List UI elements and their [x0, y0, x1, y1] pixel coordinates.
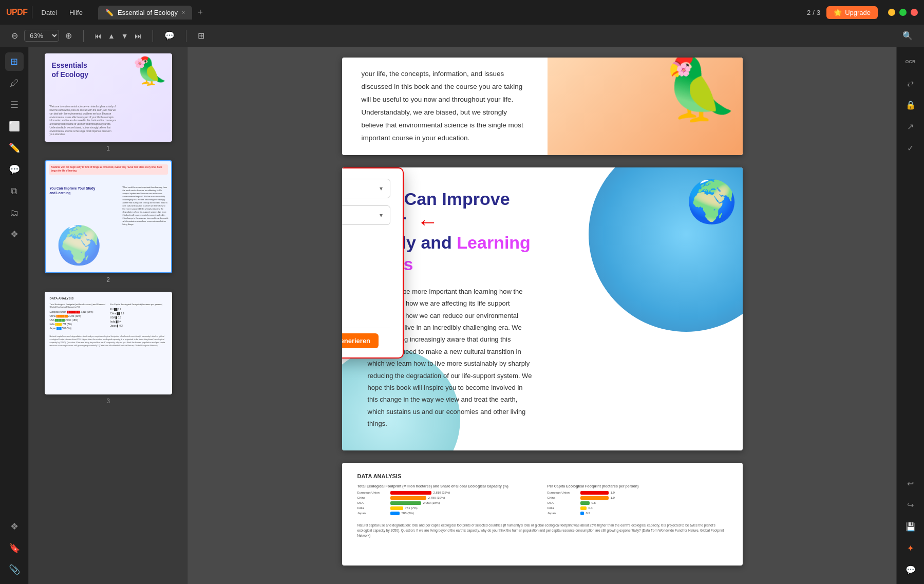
data-val2-japan: 0.2	[586, 512, 590, 515]
thumbnail-panel: Essentialsof Ecology 🦜 🌸 Welcome to envi…	[29, 47, 188, 584]
data-col-2: Per Capita Ecological Footprint (hectare…	[548, 484, 727, 517]
sidebar-item-comment[interactable]: 💬	[5, 160, 24, 179]
data-val2-india: 0.4	[589, 506, 593, 510]
nav-prev-button[interactable]: ▲	[105, 30, 118, 42]
sidebar-item-pages[interactable]: ⬜	[5, 117, 24, 136]
thumbnail-item-1[interactable]: Essentialsof Ecology 🦜 🌸 Welcome to envi…	[33, 53, 183, 152]
right-icon-check[interactable]: ✓	[901, 139, 920, 157]
toolbar-divider-3	[186, 30, 186, 42]
data-row-india: India 781 (7%)	[357, 506, 537, 510]
data-row2-eu: European Union 1.9	[548, 491, 727, 495]
tab-label: Essential of Ecology	[118, 9, 178, 16]
page2-globe-emoji: 🌍	[686, 178, 738, 226]
data-bar-eu	[390, 491, 431, 495]
toolbar-divider-1	[83, 30, 84, 42]
data-row2-usa: USA 0.6	[548, 501, 727, 505]
thumbnail-item-3[interactable]: DATA ANALYSIS Total Ecological Footprint…	[33, 292, 183, 405]
thumb2-small-text: What could be more important than learni…	[123, 186, 169, 226]
comment-toolbar-button[interactable]: 💬	[161, 29, 178, 43]
upgrade-label: Upgrade	[845, 9, 871, 16]
page1-flower-emoji: 🌸	[676, 63, 691, 77]
right-icon-undo[interactable]: ↩	[901, 474, 920, 493]
layout-toolbar-icon: ⊞	[198, 31, 204, 41]
thumbnail-card-3: DATA ANALYSIS Total Ecological Footprint…	[45, 292, 172, 394]
list-item-5: 5. Kritisches Denken	[342, 281, 390, 294]
active-tab[interactable]: ✏️ Essential of Ecology ×	[98, 6, 193, 20]
sidebar-item-layers[interactable]: ❖	[5, 225, 24, 243]
search-toolbar-button[interactable]: 🔍	[899, 29, 916, 43]
right-icon-ai[interactable]: ✦	[901, 539, 920, 557]
thumb3-col2-rows: EU ██ 1.9 China ██ 1.9 USA █ 0.6 India █…	[110, 308, 167, 328]
sidebar-item-outline[interactable]: ☰	[5, 96, 24, 114]
zoom-in-button[interactable]: ⊕	[62, 29, 75, 43]
toolbar-divider-2	[153, 30, 153, 42]
nav-last-button[interactable]: ⏭	[132, 30, 144, 42]
left-sidebar: ⊞ 🖊 ☰ ⬜ ✏️ 💬 ⧉ 🗂 ❖ ❖ 🔖 📎	[0, 47, 29, 584]
popup-regenerate-button[interactable]: ▶ Regenerieren	[342, 333, 379, 348]
menu-item-datei[interactable]: Datei	[36, 7, 62, 18]
data-bar-usa	[390, 501, 421, 505]
data-val-india: 781 (7%)	[405, 506, 418, 510]
nav-first-button[interactable]: ⏮	[92, 30, 104, 42]
layout-toolbar-button[interactable]: ⊞	[195, 29, 208, 43]
data-bar2-china	[580, 496, 609, 500]
sidebar-item-edit[interactable]: ✏️	[5, 139, 24, 157]
right-icon-save[interactable]: 💾	[901, 517, 920, 536]
data-label-india: India	[357, 506, 388, 510]
data-val2-china: 1.9	[611, 496, 615, 499]
right-icon-redo[interactable]: ↪	[901, 496, 920, 514]
data-col1-title: Total Ecological Footprint (Million hect…	[357, 484, 537, 488]
top-right-controls: 2 / 3 🌟 Upgrade	[807, 6, 918, 19]
total-pages: 3	[817, 9, 820, 16]
data-bar2-japan	[580, 512, 584, 515]
thumb3-data-cols: Total Ecological Footprint (million hect…	[50, 303, 167, 331]
data-label2-usa: USA	[548, 501, 578, 504]
toolbar: ⊖ 63% 75% 100% ⊕ ⏮ ▲ ▼ ⏭ 💬 ⊞ 🔍	[0, 25, 924, 47]
sidebar-item-bookmark[interactable]: 🔖	[5, 539, 24, 557]
sidebar-item-layers2[interactable]: ❖	[5, 517, 24, 536]
right-icon-ocr[interactable]: OCR	[901, 52, 920, 71]
menu-item-hilfe[interactable]: Hilfe	[64, 7, 88, 18]
thumbnail-number-1: 1	[106, 145, 110, 152]
right-icon-convert[interactable]: ⇄	[901, 74, 920, 92]
right-icon-protect[interactable]: 🔒	[901, 96, 920, 114]
close-window-button[interactable]	[911, 9, 918, 16]
thumb1-title: Essentialsof Ecology	[52, 61, 89, 79]
window-controls	[888, 9, 918, 16]
minimize-button[interactable]	[888, 9, 895, 16]
zoom-select[interactable]: 63% 75% 100%	[24, 30, 59, 42]
sidebar-item-attachment[interactable]: 📎	[5, 560, 24, 579]
data-row-usa: USA 2,050 (18%)	[357, 501, 537, 505]
data-col2-bars: European Union 1.9 China 1.9 USA	[548, 491, 727, 515]
maximize-button[interactable]	[899, 9, 907, 16]
tab-icon: ✏️	[105, 9, 114, 16]
tab-bar: ✏️ Essential of Ecology × +	[98, 6, 803, 20]
right-icon-chat[interactable]: 💬	[901, 560, 920, 579]
popup-dropdown-skill[interactable]: Learning Skill ▾	[342, 205, 390, 225]
thumbnail-item-2[interactable]: Students who can begin early to think of…	[33, 160, 183, 284]
data-analysis-rows: Total Ecological Footprint (Million hect…	[357, 484, 727, 517]
tab-close-button[interactable]: ×	[182, 9, 185, 15]
thumbnail-card-1: Essentialsof Ecology 🦜 🌸 Welcome to envi…	[45, 53, 172, 142]
new-tab-button[interactable]: +	[194, 7, 206, 18]
sidebar-item-thumbnail[interactable]: ⊞	[5, 52, 24, 71]
thumbnail-card-2: Students who can begin early to think of…	[45, 160, 172, 273]
right-icon-share[interactable]: ↗	[901, 117, 920, 136]
sidebar-item-highlight[interactable]: 🖊	[5, 74, 24, 92]
sidebar-item-copy[interactable]: ⧉	[5, 182, 24, 200]
nav-next-button[interactable]: ▼	[119, 30, 131, 42]
page1-image-area: 🦜 🌸	[548, 58, 743, 155]
popup-box: 💬 Erklären ▾ Learning Skill ▾ 1. Lernfäh…	[342, 167, 404, 359]
thumbnail-number-3: 3	[106, 398, 110, 405]
upgrade-button[interactable]: 🌟 Upgrade	[826, 6, 878, 19]
page2-image-area: 🌍	[558, 167, 743, 450]
dropdown2-arrow: ▾	[380, 212, 383, 219]
sidebar-item-stamp[interactable]: 🗂	[5, 203, 24, 222]
popup-toolbar: 💬 ✏ ⧉ Kopieren ▶ Regenerieren	[342, 328, 390, 348]
data-bar2-eu	[580, 491, 609, 495]
popup-dropdown-erklaren[interactable]: 💬 Erklären ▾	[342, 179, 390, 198]
thumb2-banner: Students who can begin early to think of…	[49, 164, 168, 175]
zoom-out-button[interactable]: ⊖	[8, 29, 21, 43]
thumb3-col2-title: Per Capita Ecological Footprint (hectare…	[110, 303, 167, 306]
toolbar-right: 🔍	[899, 29, 916, 43]
